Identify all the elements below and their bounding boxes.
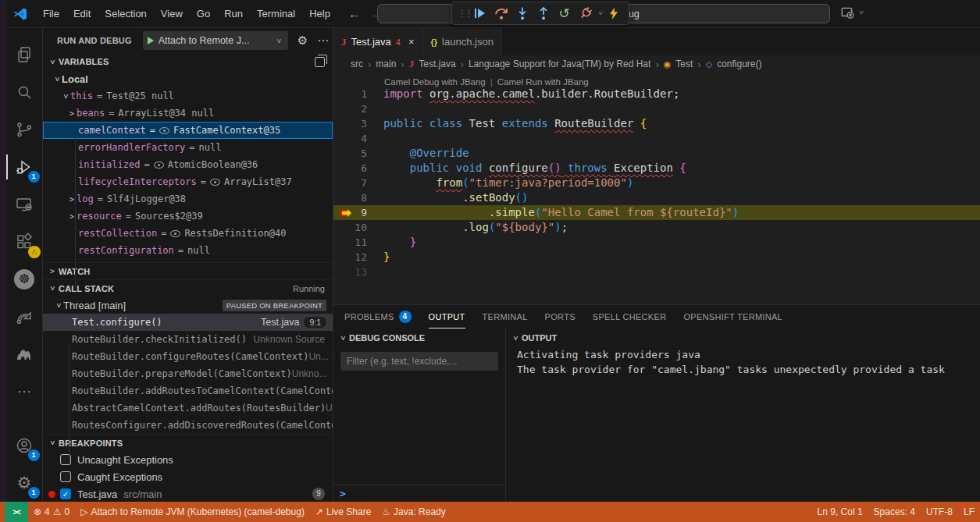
- variable-row[interactable]: > this = Test@25 null: [43, 87, 333, 105]
- stack-frame-row[interactable]: Test.configure() Test.java 9:1: [43, 314, 333, 331]
- indentation-setting[interactable]: Spaces: 4: [868, 502, 921, 522]
- code-line[interactable]: 4: [333, 131, 980, 146]
- tab-test-java[interactable]: J Test.java 4 ×: [333, 28, 423, 55]
- code-line[interactable]: 8 .setBody(): [333, 190, 980, 205]
- activity-more[interactable]: ⋯: [6, 373, 43, 410]
- line-number[interactable]: 10: [333, 220, 383, 235]
- activity-remote-explorer[interactable]: [6, 186, 43, 223]
- code-line[interactable]: 13: [333, 265, 980, 279]
- tab-problems[interactable]: PROBLEMS4: [344, 305, 412, 328]
- breadcrumb-item[interactable]: Test.java: [419, 59, 455, 69]
- breadcrumb-item[interactable]: Language Support for Java(TM) by Red Hat: [469, 59, 650, 69]
- line-number[interactable]: 4: [333, 131, 383, 146]
- line-number[interactable]: 7: [333, 176, 383, 190]
- activity-extensions[interactable]: ⚠: [6, 223, 43, 261]
- disconnect-button[interactable]: [576, 4, 595, 23]
- code-line[interactable]: 3public class Test extends RouteBuilder …: [333, 116, 980, 131]
- output-header[interactable]: > OUTPUT: [506, 328, 980, 347]
- menu-go[interactable]: Go: [190, 5, 217, 23]
- activity-settings[interactable]: ⚙ 1: [6, 464, 43, 502]
- breakpoint-row[interactable]: ✓ Test.java src/main 9: [43, 485, 333, 502]
- stack-frame-row[interactable]: RouteBuilder.configureRoutes(CamelContex…: [43, 348, 333, 365]
- drag-handle-icon[interactable]: ⋮⋮: [458, 9, 469, 19]
- tab-output[interactable]: OUTPUT: [429, 305, 465, 328]
- encoding-setting[interactable]: UTF-8: [921, 502, 958, 522]
- activity-explorer[interactable]: [6, 36, 43, 73]
- step-into-button[interactable]: [512, 4, 532, 23]
- disconnect-chevron-icon[interactable]: >: [597, 11, 604, 15]
- variable-row[interactable]: > beans = ArrayList@34 null: [43, 105, 333, 122]
- eye-icon[interactable]: [210, 179, 220, 186]
- codelens-camel-debug-link[interactable]: Camel Debug with JBang: [384, 77, 486, 87]
- code-line[interactable]: 6 public void configure() throws Excepti…: [333, 161, 980, 176]
- variables-scope-row[interactable]: > Local: [43, 70, 333, 87]
- menu-edit[interactable]: Edit: [66, 5, 98, 23]
- restart-button[interactable]: ↺: [554, 4, 574, 23]
- thread-row[interactable]: > Thread [main] PAUSED ON BREAKPOINT: [43, 297, 333, 314]
- breadcrumb-item[interactable]: main: [376, 59, 396, 69]
- debug-settings-gear-icon[interactable]: ⚙: [298, 34, 308, 48]
- code-line[interactable]: 11 }: [333, 235, 980, 250]
- java-status[interactable]: ♨ Java: Ready: [376, 502, 451, 522]
- code-line-current[interactable]: 9 .simple("Hello Camel from ${routeId}"): [333, 205, 980, 220]
- menu-selection[interactable]: Selection: [98, 5, 153, 23]
- code-line[interactable]: 10 .log("${body}");: [333, 220, 980, 235]
- tab-launch-json[interactable]: {} launch.json: [423, 28, 502, 55]
- variable-row[interactable]: restConfiguration = null: [43, 242, 333, 259]
- remote-indicator[interactable]: ><: [5, 502, 28, 522]
- watch-section-header[interactable]: > WATCH: [43, 262, 333, 279]
- code-line[interactable]: 5 @Override: [333, 146, 980, 161]
- stack-frame-row[interactable]: RouteBuilder.prepareModel(CamelContext) …: [43, 365, 333, 382]
- line-number[interactable]: 11: [333, 235, 383, 250]
- variable-row[interactable]: > log = Slf4jLogger@38: [43, 190, 333, 208]
- variable-row-selected[interactable]: camelContext = FastCamelContext@35: [43, 122, 333, 139]
- activity-live-share[interactable]: [6, 298, 43, 336]
- eye-icon[interactable]: [154, 162, 164, 169]
- line-number[interactable]: 3: [333, 116, 383, 131]
- breakpoint-row[interactable]: Caught Exceptions: [43, 468, 333, 485]
- stack-frame-row[interactable]: RouteBuilder.checkInitialized() Unknown …: [43, 331, 333, 348]
- stack-frame-row[interactable]: RoutesConfigurer.addDiscoveredRoutes(Cam…: [43, 417, 333, 434]
- line-number[interactable]: 2: [333, 101, 383, 116]
- variable-row[interactable]: errorHandlerFactory = null: [43, 139, 333, 156]
- debug-more-actions-icon[interactable]: ⋯: [317, 34, 329, 48]
- breadcrumb-item[interactable]: Test: [675, 59, 693, 69]
- debug-console-header[interactable]: > DEBUG CONSOLE: [333, 328, 505, 347]
- debug-session-status[interactable]: ▷ Attach to Remote JVM (Kubernetes) (cam…: [75, 502, 310, 522]
- open-variables-view-icon[interactable]: [315, 57, 325, 67]
- menu-help[interactable]: Help: [302, 5, 337, 23]
- breakpoints-section-header[interactable]: > BREAKPOINTS: [43, 434, 333, 451]
- activity-run-debug[interactable]: 1: [6, 148, 43, 186]
- line-number[interactable]: 5: [333, 146, 383, 161]
- line-number[interactable]: 12: [333, 250, 383, 265]
- breadcrumb-item[interactable]: src: [351, 59, 363, 69]
- eye-icon[interactable]: [159, 127, 169, 134]
- code-line[interactable]: 7 from("timer:java?period=1000"): [333, 176, 980, 190]
- activity-source-control[interactable]: [6, 111, 43, 148]
- menu-file[interactable]: File: [36, 5, 66, 23]
- eol-setting[interactable]: LF: [958, 502, 980, 522]
- filter-input[interactable]: [340, 356, 498, 367]
- line-number[interactable]: 6: [333, 161, 383, 176]
- menu-terminal[interactable]: Terminal: [250, 5, 302, 23]
- activity-camel[interactable]: [6, 336, 43, 373]
- checkbox-unchecked[interactable]: [60, 471, 71, 482]
- variable-row[interactable]: > resource = Sources$2@39: [43, 208, 333, 225]
- variables-section-header[interactable]: > VARIABLES: [43, 53, 333, 70]
- code-line[interactable]: 1import org.apache.camel.builder.RouteBu…: [333, 87, 980, 101]
- variable-row[interactable]: lifecycleInterceptors = ArrayList@37: [43, 173, 333, 190]
- stack-frame-row[interactable]: RouteBuilder.addRoutesToCamelContext(Cam…: [43, 382, 333, 399]
- breadcrumb-item[interactable]: configure(): [717, 59, 761, 69]
- codelens-camel-run-link[interactable]: Camel Run with JBang: [497, 77, 589, 87]
- tab-spell-checker[interactable]: SPELL CHECKER: [593, 305, 667, 328]
- nav-back-icon[interactable]: ←: [348, 7, 360, 20]
- line-number[interactable]: 8: [333, 190, 383, 205]
- variable-row[interactable]: restCollection = RestsDefinition@40: [43, 225, 333, 242]
- debug-console-prompt-row[interactable]: >: [333, 485, 505, 502]
- live-share-status[interactable]: ↗ Live Share: [310, 502, 376, 522]
- menu-view[interactable]: View: [154, 5, 190, 23]
- output-log[interactable]: Activating task providers java The task …: [506, 347, 980, 377]
- menu-run[interactable]: Run: [217, 5, 250, 23]
- start-debug-icon[interactable]: [148, 37, 154, 44]
- close-icon[interactable]: ×: [408, 36, 415, 48]
